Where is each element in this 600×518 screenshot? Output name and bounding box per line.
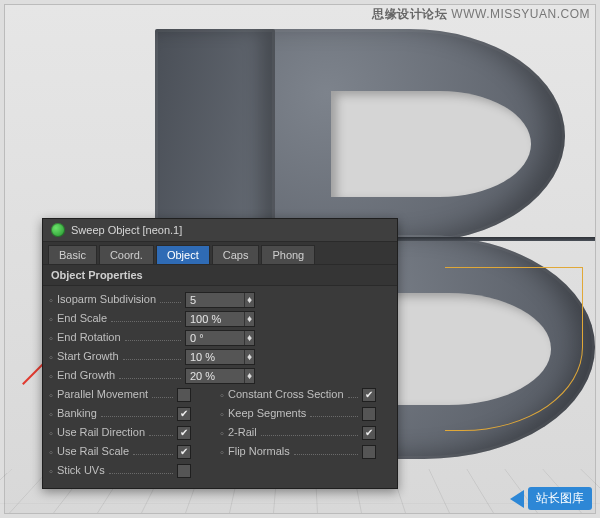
tab-coord[interactable]: Coord. xyxy=(99,245,154,264)
row-constant-cross-section: ◦ Constant Cross Section ✔ xyxy=(220,385,391,404)
attribute-manager-panel: Sweep Object [neon.1] Basic Coord. Objec… xyxy=(42,218,398,489)
panel-tabs: Basic Coord. Object Caps Phong xyxy=(43,242,397,264)
row-parallel-movement: ◦ Parallel Movement xyxy=(49,385,220,404)
checkbox-use-rail-scale[interactable]: ✔ xyxy=(177,445,191,459)
row-use-rail-direction: ◦ Use Rail Direction ✔ xyxy=(49,423,220,442)
row-keep-segments: ◦ Keep Segments xyxy=(220,404,391,423)
checkbox-flip-normals[interactable] xyxy=(362,445,376,459)
row-use-rail-scale: ◦ Use Rail Scale ✔ xyxy=(49,442,220,461)
row-end-growth: ◦ End Growth 20 %♦ xyxy=(49,366,391,385)
field-isoparm-subdivision[interactable]: 5♦ xyxy=(185,292,255,308)
row-end-rotation: ◦ End Rotation 0 °♦ xyxy=(49,328,391,347)
checkbox-constant-cross-section[interactable]: ✔ xyxy=(362,388,376,402)
tab-caps[interactable]: Caps xyxy=(212,245,260,264)
row-start-growth: ◦ Start Growth 10 %♦ xyxy=(49,347,391,366)
checkbox-use-rail-direction[interactable]: ✔ xyxy=(177,426,191,440)
stepper-icon[interactable]: ♦ xyxy=(244,350,254,364)
stepper-icon[interactable]: ♦ xyxy=(244,293,254,307)
field-end-rotation[interactable]: 0 °♦ xyxy=(185,330,255,346)
row-isoparm-subdivision: ◦ Isoparm Subdivision 5♦ xyxy=(49,290,391,309)
field-end-scale[interactable]: 100 %♦ xyxy=(185,311,255,327)
checkbox-keep-segments[interactable] xyxy=(362,407,376,421)
row-banking: ◦ Banking ✔ xyxy=(49,404,220,423)
watermark-top: 思缘设计论坛 WWW.MISSYUAN.COM xyxy=(372,6,590,23)
watermark-bottom: 站长图库 xyxy=(510,487,592,510)
stepper-icon[interactable]: ♦ xyxy=(244,312,254,326)
checkbox-parallel-movement[interactable] xyxy=(177,388,191,402)
section-header-object-properties: Object Properties xyxy=(43,264,397,286)
checkbox-stick-uvs[interactable] xyxy=(177,464,191,478)
checkbox-banking[interactable]: ✔ xyxy=(177,407,191,421)
row-end-scale: ◦ End Scale 100 %♦ xyxy=(49,309,391,328)
stepper-icon[interactable]: ♦ xyxy=(244,369,254,383)
tab-object[interactable]: Object xyxy=(156,245,210,264)
row-2-rail: ◦ 2-Rail ✔ xyxy=(220,423,391,442)
checkbox-2-rail[interactable]: ✔ xyxy=(362,426,376,440)
panel-title-text: Sweep Object [neon.1] xyxy=(71,224,182,236)
panel-titlebar[interactable]: Sweep Object [neon.1] xyxy=(43,219,397,242)
stepper-icon[interactable]: ♦ xyxy=(244,331,254,345)
row-flip-normals: ◦ Flip Normals xyxy=(220,442,391,461)
tab-phong[interactable]: Phong xyxy=(261,245,315,264)
tab-basic[interactable]: Basic xyxy=(48,245,97,264)
sweep-object-icon xyxy=(51,223,65,237)
field-end-growth[interactable]: 20 %♦ xyxy=(185,368,255,384)
object-properties-group: ◦ Isoparm Subdivision 5♦ ◦ End Scale 100… xyxy=(43,286,397,488)
field-start-growth[interactable]: 10 %♦ xyxy=(185,349,255,365)
row-stick-uvs: ◦ Stick UVs xyxy=(49,461,220,480)
